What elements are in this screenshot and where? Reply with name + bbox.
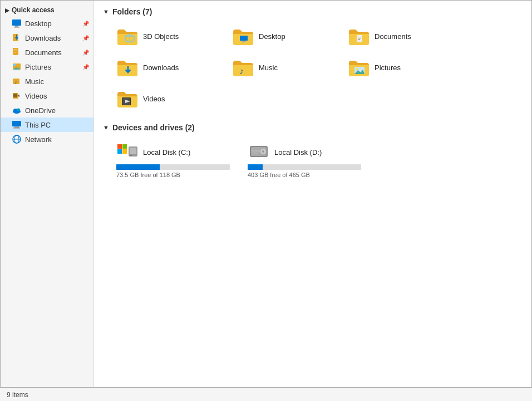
folder-item-music[interactable]: ♪ Music [228,54,339,81]
svg-rect-23 [13,128,20,129]
network-icon [12,134,22,144]
folder-3dobjects-icon [116,26,139,46]
folder-desktop-name: Desktop [259,32,285,41]
folder-videos-name: Videos [143,95,165,103]
folder-music-name: Music [259,63,278,72]
devices-grid: Local Disk (C:) 73.5 GB free of 118 GB [103,139,523,182]
sidebar: ▶ Quick access Desktop 📌 Downloads 📌 [1,1,94,387]
folders-section-label: Folders (7) [112,7,152,16]
svg-rect-9 [14,52,16,52]
drive-d-icon [248,142,270,162]
folder-downloads-icon [116,57,139,77]
folder-3dobjects-name: 3D Objects [143,32,179,41]
folder-documents-icon [348,26,370,46]
svg-rect-22 [14,126,19,128]
svg-rect-21 [12,121,21,126]
sidebar-onedrive-label: OneDrive [25,106,56,115]
drive-c-icon [116,142,139,162]
drive-c-bar-fill [116,164,160,170]
folder-item-pictures[interactable]: Pictures [343,54,455,81]
folder-videos-icon [116,89,139,109]
svg-rect-47 [117,149,122,154]
svg-point-20 [17,109,20,111]
svg-rect-31 [242,41,245,42]
drive-c-info: 73.5 GB free of 118 GB [116,172,230,178]
sidebar-desktop-label: Desktop [25,19,52,28]
svg-rect-8 [14,51,17,51]
svg-rect-34 [358,38,361,38]
drive-d-bar-fill [248,164,263,170]
sidebar-network-label: Network [25,135,52,144]
folder-item-videos[interactable]: Videos [112,85,223,112]
folder-item-documents[interactable]: Documents [343,23,455,50]
svg-rect-11 [13,64,16,66]
svg-rect-57 [252,153,258,154]
status-items-count: 9 items [7,391,28,399]
videos-icon [12,91,22,101]
folder-item-downloads[interactable]: Downloads [112,54,223,81]
svg-text:♪: ♪ [14,79,17,85]
svg-rect-51 [130,155,132,156]
pictures-icon [12,62,22,72]
devices-section-header[interactable]: ▼ Devices and drives (2) [103,123,523,132]
sidebar-item-videos[interactable]: Videos [1,89,93,103]
documents-pin-icon: 📌 [82,50,89,56]
music-icon: ♪ [12,76,22,86]
folders-chevron-icon: ▼ [103,8,109,15]
documents-icon [12,47,22,57]
svg-rect-7 [14,50,17,50]
drive-item-c[interactable]: Local Disk (C:) 73.5 GB free of 118 GB [112,139,234,182]
folder-downloads-name: Downloads [143,63,179,72]
quick-access-chevron: ▶ [5,7,9,13]
svg-rect-32 [357,35,362,42]
svg-rect-6 [13,48,18,55]
devices-chevron-icon: ▼ [103,124,109,131]
drive-d-bar-container [248,164,361,170]
folder-documents-name: Documents [375,32,411,41]
sidebar-pictures-label: Pictures [25,63,51,71]
sidebar-item-this-pc[interactable]: This PC [1,118,93,132]
main-content: ▼ Folders (7) 3D Objects [94,1,531,387]
svg-rect-2 [14,27,19,28]
sidebar-documents-label: Documents [25,48,62,57]
svg-rect-50 [130,148,136,154]
svg-text:♪: ♪ [239,66,244,76]
svg-rect-45 [117,144,122,149]
folders-grid: 3D Objects Desktop [103,23,523,112]
sidebar-item-onedrive[interactable]: OneDrive [1,103,93,118]
sidebar-item-network[interactable]: Network [1,132,93,146]
svg-rect-0 [12,19,21,26]
sidebar-downloads-label: Downloads [25,34,61,42]
drive-d-name: Local Disk (D:) [274,148,322,157]
status-bar: 9 items [0,388,532,401]
downloads-pin-icon: 📌 [82,35,89,41]
quick-access-header[interactable]: ▶ Quick access [1,4,93,16]
sidebar-item-music[interactable]: ♪ Music [1,74,93,89]
sidebar-music-label: Music [25,77,44,86]
sidebar-item-pictures[interactable]: Pictures 📌 [1,60,93,74]
quick-access-label: Quick access [12,6,55,14]
drive-c-top: Local Disk (C:) [116,142,230,162]
svg-rect-30 [240,36,248,41]
svg-rect-35 [358,39,360,40]
folder-pictures-icon [348,57,370,77]
svg-point-55 [262,150,264,153]
drive-item-d[interactable]: Local Disk (D:) 403 GB free of 465 GB [243,139,366,182]
svg-rect-46 [122,144,127,149]
sidebar-item-documents[interactable]: Documents 📌 [1,45,93,60]
svg-point-41 [356,68,358,70]
folders-section-header[interactable]: ▼ Folders (7) [103,7,523,16]
folder-item-3dobjects[interactable]: 3D Objects [112,23,223,50]
folder-desktop-icon [232,26,254,46]
sidebar-item-desktop[interactable]: Desktop 📌 [1,16,93,31]
folder-item-desktop[interactable]: Desktop [228,23,339,50]
this-pc-icon [12,120,22,130]
folder-music-icon: ♪ [232,57,254,77]
svg-rect-56 [252,150,260,151]
devices-section-label: Devices and drives (2) [112,123,195,132]
desktop-pin-icon: 📌 [82,21,89,27]
sidebar-item-downloads[interactable]: Downloads 📌 [1,31,93,45]
desktop-icon [12,18,22,28]
drive-d-info: 403 GB free of 465 GB [248,172,361,178]
pictures-pin-icon: 📌 [82,64,89,70]
